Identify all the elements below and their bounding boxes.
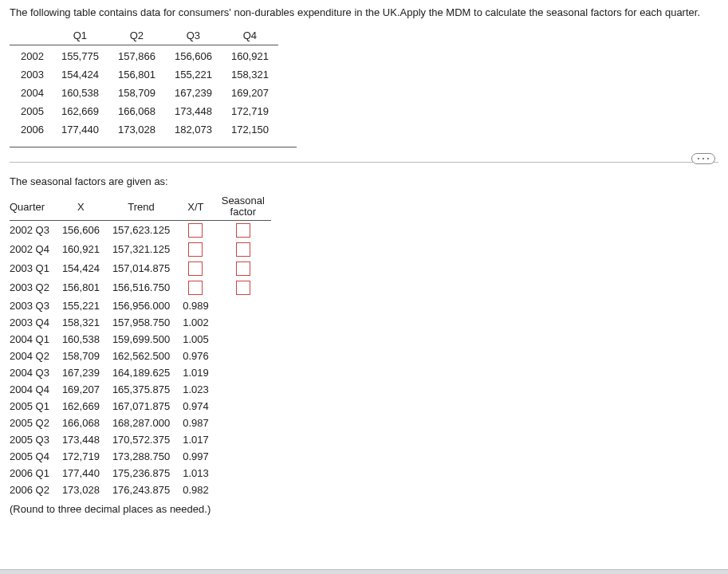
- quarter-cell: 2006 Q2: [10, 482, 56, 498]
- trend-cell: 162,562.500: [106, 348, 176, 364]
- q1-cell: 162,669: [52, 102, 108, 120]
- col-x: X: [56, 194, 106, 220]
- x-cell: 177,440: [56, 465, 106, 482]
- col-q4: Q4: [222, 26, 278, 45]
- year-cell: 2003: [10, 65, 52, 84]
- x-cell: 156,606: [56, 220, 106, 240]
- q1-cell: 154,424: [52, 65, 108, 84]
- sf-cell: [215, 415, 271, 431]
- quarter-cell: 2003 Q3: [10, 297, 56, 314]
- sf-cell: [215, 314, 271, 331]
- xt-cell: 0.982: [176, 482, 215, 498]
- xt-cell: 1.013: [176, 465, 215, 482]
- table-row: 2006 Q1177,440175,236.8751.013: [10, 465, 271, 482]
- ellipsis-icon: [702, 158, 704, 159]
- xt-cell: 1.019: [176, 364, 215, 381]
- x-cell: 173,448: [56, 431, 106, 448]
- quarter-cell: 2003 Q4: [10, 314, 56, 331]
- quarter-cell: 2006 Q1: [10, 465, 56, 482]
- xt-cell: 1.023: [176, 381, 215, 398]
- sf-cell: [215, 431, 271, 448]
- more-options-button[interactable]: [691, 153, 715, 164]
- table-row: 2004 Q2158,709162,562.5000.976: [10, 348, 271, 364]
- trend-cell: 157,014.875: [106, 259, 176, 278]
- quarter-cell: 2003 Q1: [10, 259, 56, 278]
- table-row: 2002 Q3156,606157,623.125: [10, 220, 271, 240]
- year-cell: 2006: [10, 120, 52, 139]
- sf-cell: [215, 381, 271, 398]
- xt-input[interactable]: [188, 261, 203, 276]
- sf-cell: [215, 398, 271, 415]
- table-row: 2004 Q3167,239164,189.6251.019: [10, 364, 271, 381]
- seasonal-factor-input[interactable]: [236, 242, 250, 257]
- seasonal-factor-input[interactable]: [236, 223, 250, 238]
- quarter-cell: 2005 Q1: [10, 398, 56, 415]
- q3-cell: 167,239: [165, 84, 222, 102]
- table-row: 2005162,669166,068173,448172,719: [10, 102, 278, 120]
- xt-cell: 0.997: [176, 448, 215, 465]
- bottom-scrollbar[interactable]: [0, 569, 728, 574]
- table-bottom-rule: [10, 147, 297, 147]
- rounding-note: (Round to three decimal places as needed…: [10, 503, 718, 515]
- q3-cell: 155,221: [165, 65, 222, 84]
- xt-cell: 0.989: [176, 297, 215, 314]
- table-row: 2006177,440173,028182,073172,150: [10, 120, 278, 139]
- xt-input[interactable]: [188, 281, 203, 295]
- trend-cell: 165,375.875: [106, 381, 176, 398]
- quarter-cell: 2002 Q3: [10, 220, 56, 240]
- question-prompt: The following table contains data for co…: [10, 6, 718, 18]
- trend-cell: 170,572.375: [106, 431, 176, 448]
- q2-cell: 166,068: [108, 102, 165, 120]
- x-cell: 169,207: [56, 381, 106, 398]
- quarter-cell: 2002 Q4: [10, 240, 56, 259]
- q2-cell: 156,801: [108, 65, 165, 84]
- expenditure-table: Q1 Q2 Q3 Q4 2002155,775157,866156,606160…: [10, 26, 278, 139]
- seasonal-factors-table: Quarter X Trend X/T Seasonalfactor 2002 …: [10, 194, 271, 498]
- x-cell: 160,538: [56, 331, 106, 348]
- x-cell: 162,669: [56, 398, 106, 415]
- trend-cell: 156,956.000: [106, 297, 176, 314]
- xt-cell: 0.987: [176, 415, 215, 431]
- x-cell: 158,709: [56, 348, 106, 364]
- q3-cell: 182,073: [165, 120, 222, 139]
- seasonal-factor-input[interactable]: [236, 261, 250, 276]
- q2-cell: 157,866: [108, 45, 165, 66]
- x-cell: 160,921: [56, 240, 106, 259]
- q3-cell: 156,606: [165, 45, 222, 66]
- q4-cell: 172,150: [222, 120, 278, 139]
- seasonal-factors-label: The seasonal factors are given as:: [10, 175, 718, 187]
- table-row: 2003154,424156,801155,221158,321: [10, 65, 278, 84]
- sf-cell: [215, 331, 271, 348]
- table-row: 2004160,538158,709167,239169,207: [10, 84, 278, 102]
- xt-input[interactable]: [188, 242, 203, 257]
- trend-cell: 173,288.750: [106, 448, 176, 465]
- col-q3: Q3: [165, 26, 222, 45]
- sf-cell: [215, 465, 271, 482]
- table-row: 2004 Q4169,207165,375.8751.023: [10, 381, 271, 398]
- table-row: 2004 Q1160,538159,699.5001.005: [10, 331, 271, 348]
- col-trend: Trend: [106, 194, 176, 220]
- col-q2: Q2: [108, 26, 165, 45]
- col-blank: [10, 26, 52, 45]
- section-divider: [10, 162, 718, 163]
- ellipsis-icon: [707, 158, 709, 159]
- table-row: 2005 Q3173,448170,572.3751.017: [10, 431, 271, 448]
- xt-input[interactable]: [188, 223, 203, 238]
- q2-cell: 173,028: [108, 120, 165, 139]
- col-seasonal-factor: Seasonalfactor: [215, 194, 271, 220]
- x-cell: 166,068: [56, 415, 106, 431]
- q4-cell: 158,321: [222, 65, 278, 84]
- quarter-cell: 2004 Q3: [10, 364, 56, 381]
- q3-cell: 173,448: [165, 102, 222, 120]
- table-row: 2005 Q4172,719173,288.7500.997: [10, 448, 271, 465]
- trend-cell: 159,699.500: [106, 331, 176, 348]
- seasonal-factor-input[interactable]: [236, 281, 250, 295]
- year-cell: 2005: [10, 102, 52, 120]
- x-cell: 156,801: [56, 278, 106, 297]
- table-row: 2003 Q2156,801156,516.750: [10, 278, 271, 297]
- xt-cell: 0.976: [176, 348, 215, 364]
- sf-cell: [215, 348, 271, 364]
- year-cell: 2004: [10, 84, 52, 102]
- x-cell: 173,028: [56, 482, 106, 498]
- ellipsis-icon: [698, 158, 699, 159]
